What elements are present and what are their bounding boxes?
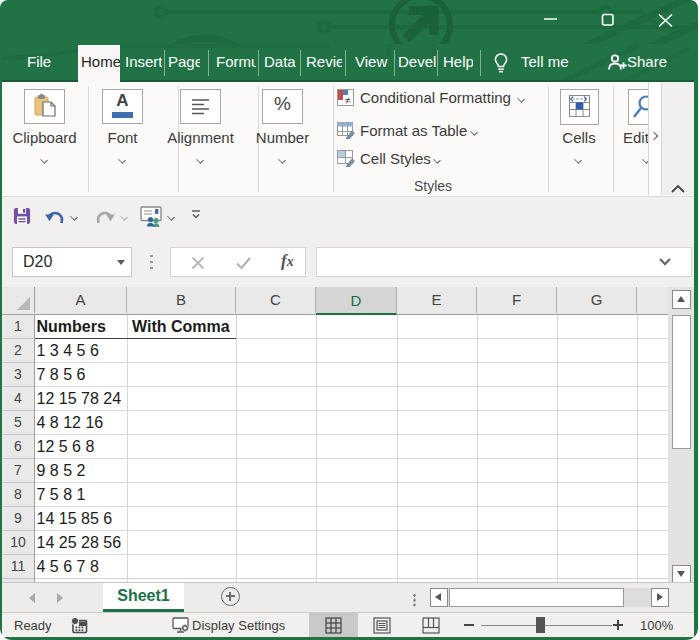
- svg-text:≠: ≠: [345, 95, 351, 106]
